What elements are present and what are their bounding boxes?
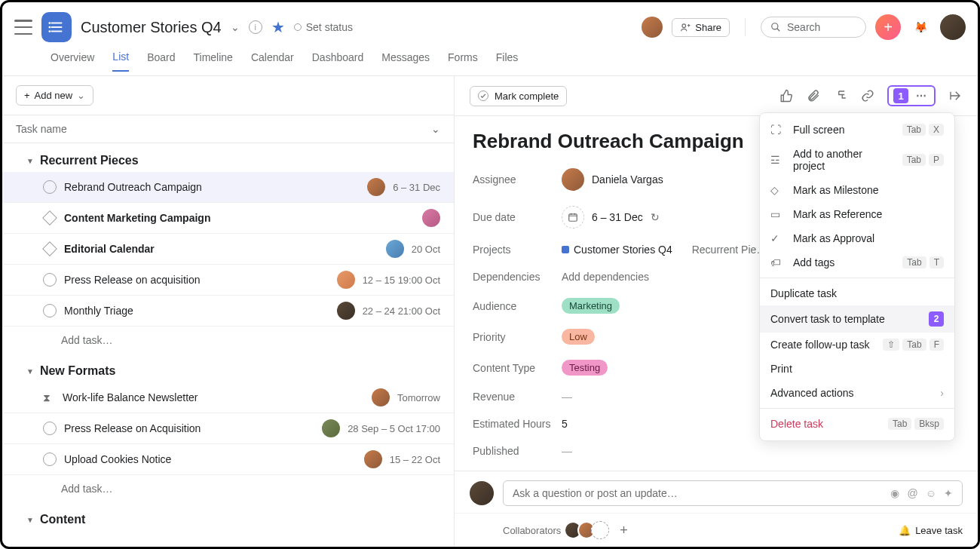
assignee-avatar[interactable]: [337, 271, 355, 289]
star-icon[interactable]: ★: [271, 18, 285, 36]
tab-timeline[interactable]: Timeline: [194, 51, 233, 71]
tab-list[interactable]: List: [112, 51, 129, 72]
tab-dashboard[interactable]: Dashboard: [312, 51, 364, 71]
task-date: 15 – 22 Oct: [390, 454, 440, 465]
menu-item[interactable]: Print: [760, 357, 954, 381]
task-row[interactable]: Content Marketing Campaign: [2, 203, 454, 234]
task-row[interactable]: Press Release on acquisition12 – 15 19:0…: [2, 265, 454, 296]
assignee-avatar[interactable]: [422, 209, 440, 227]
assignee-avatar[interactable]: [364, 450, 382, 468]
like-icon[interactable]: [779, 88, 794, 103]
assignee-avatar[interactable]: [337, 302, 355, 320]
menu-item[interactable]: ◇Mark as Milestone: [760, 178, 954, 202]
subtask-icon[interactable]: [833, 88, 848, 103]
celebration-icon[interactable]: 🦊: [910, 17, 931, 38]
complete-icon[interactable]: [43, 304, 57, 317]
set-status[interactable]: Set status: [294, 21, 353, 33]
task-row[interactable]: Press Release on Acquisition28 Sep – 5 O…: [2, 413, 454, 444]
due-date-value[interactable]: 6 – 31 Dec↻: [562, 206, 660, 228]
complete-icon[interactable]: [43, 273, 57, 287]
menu-icon[interactable]: [14, 20, 32, 35]
menu-item[interactable]: 🏷Add tagsTabT: [760, 250, 954, 274]
chevron-down-icon[interactable]: ⌄: [431, 123, 440, 135]
assignee-avatar[interactable]: [322, 419, 340, 437]
menu-item[interactable]: Duplicate task: [760, 281, 954, 305]
tab-overview[interactable]: Overview: [51, 51, 94, 71]
add-collaborator-placeholder[interactable]: [591, 521, 609, 539]
audience-pill[interactable]: Marketing: [562, 298, 620, 314]
assignee-avatar[interactable]: [372, 388, 390, 406]
emoji-icon[interactable]: ☺: [926, 487, 936, 499]
tab-board[interactable]: Board: [147, 51, 175, 71]
share-button[interactable]: Share: [672, 18, 730, 37]
menu-item[interactable]: Advanced actions›: [760, 381, 954, 405]
tab-forms[interactable]: Forms: [448, 51, 478, 71]
task-name: Upload Cookies Notice: [64, 453, 357, 465]
content-type-pill[interactable]: Testing: [562, 360, 608, 376]
tab-files[interactable]: Files: [496, 51, 519, 71]
calendar-icon: [562, 206, 584, 228]
add-button[interactable]: +: [875, 14, 901, 40]
assignee-label: Assignee: [473, 173, 562, 186]
section-header[interactable]: ▼New Formats: [2, 354, 454, 382]
task-row[interactable]: Rebrand Outreach Campaign6 – 31 Dec: [2, 172, 454, 203]
mark-complete-button[interactable]: Mark complete: [470, 86, 567, 106]
repeat-icon[interactable]: ↻: [651, 211, 660, 223]
menu-item[interactable]: ⛶Full screenTabX: [760, 118, 954, 142]
project-chip[interactable]: Customer Stories Q4: [562, 244, 672, 256]
menu-item[interactable]: ▭Mark as Reference: [760, 202, 954, 226]
chevron-down-icon[interactable]: ⌄: [231, 21, 240, 33]
add-task[interactable]: Add task…: [2, 475, 454, 502]
leave-task-button[interactable]: 🔔Leave task: [899, 525, 963, 536]
column-header[interactable]: Task name⌄: [2, 115, 454, 143]
record-icon[interactable]: ◉: [890, 487, 899, 499]
svg-point-3: [48, 22, 51, 24]
collapse-icon: ▼: [26, 516, 34, 524]
menu-item[interactable]: Convert task to template2: [760, 305, 954, 333]
section-header[interactable]: ▼Recurrent Pieces: [2, 143, 454, 172]
tab-calendar[interactable]: Calendar: [251, 51, 294, 71]
assignee-value[interactable]: Daniela Vargas: [562, 168, 663, 191]
tab-messages[interactable]: Messages: [381, 51, 430, 71]
project-title[interactable]: Customer Stories Q4: [81, 19, 222, 36]
svg-rect-2: [51, 31, 63, 32]
menu-item[interactable]: Create follow-up task⇧TabF: [760, 333, 954, 357]
add-dependencies[interactable]: Add dependencies: [562, 271, 649, 283]
add-task[interactable]: Add task…: [2, 327, 454, 354]
menu-item[interactable]: ✓Mark as Approval: [760, 226, 954, 250]
project-section[interactable]: Recurrent Pie…: [692, 244, 767, 256]
section-header[interactable]: ▼Content: [2, 502, 454, 531]
info-icon[interactable]: i: [249, 20, 262, 34]
published-value[interactable]: —: [562, 445, 572, 457]
milestone-icon[interactable]: [42, 241, 57, 256]
revenue-value[interactable]: —: [562, 391, 572, 403]
menu-icon: ☲: [770, 154, 784, 166]
mention-icon[interactable]: @: [907, 487, 917, 499]
add-new-button[interactable]: + Add new ⌄: [16, 85, 93, 106]
priority-pill[interactable]: Low: [562, 329, 595, 345]
estimated-hours-value[interactable]: 5: [562, 418, 568, 430]
assignee-avatar[interactable]: [367, 178, 385, 196]
close-panel-icon[interactable]: [948, 88, 963, 103]
menu-item-delete[interactable]: Delete taskTabBksp: [760, 412, 954, 436]
task-row[interactable]: Upload Cookies Notice15 – 22 Oct: [2, 444, 454, 475]
star-reaction-icon[interactable]: ✦: [944, 487, 953, 499]
task-row[interactable]: ⧗Work-life Balance NewsletterTomorrow: [2, 382, 454, 413]
task-row[interactable]: Monthly Triage22 – 24 21:00 Oct: [2, 296, 454, 327]
projects-label: Projects: [473, 244, 562, 256]
member-avatar[interactable]: [642, 17, 663, 38]
assignee-avatar[interactable]: [386, 240, 404, 258]
menu-item[interactable]: ☲Add to another projectTabP: [760, 142, 954, 178]
milestone-icon[interactable]: [42, 210, 57, 225]
comment-input[interactable]: Ask a question or post an update… ◉ @ ☺ …: [503, 480, 963, 506]
link-icon[interactable]: [860, 88, 875, 103]
search-input[interactable]: Search: [761, 17, 866, 38]
complete-icon[interactable]: [43, 452, 57, 466]
complete-icon[interactable]: [43, 180, 57, 194]
user-avatar[interactable]: [940, 14, 966, 40]
more-actions-button[interactable]: ⋯: [914, 88, 929, 103]
add-collaborator-button[interactable]: +: [620, 523, 628, 538]
complete-icon[interactable]: [43, 422, 57, 435]
task-row[interactable]: Editorial Calendar20 Oct: [2, 234, 454, 265]
attachment-icon[interactable]: [806, 88, 821, 103]
